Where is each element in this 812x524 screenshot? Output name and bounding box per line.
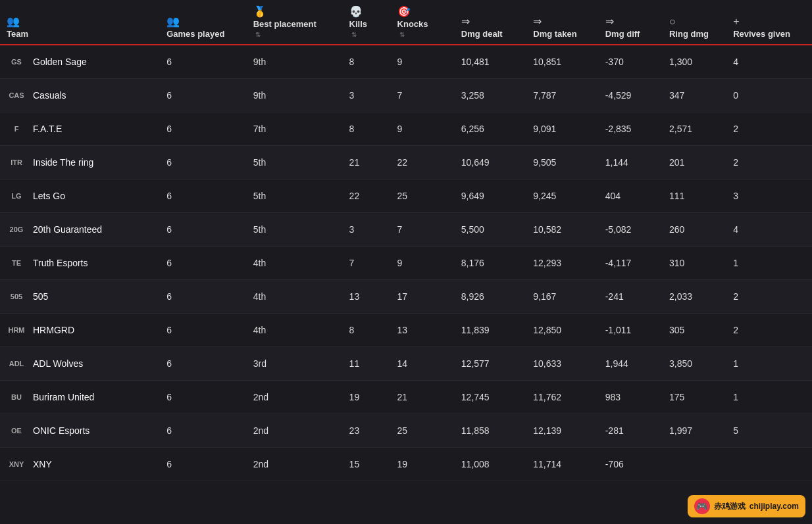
dmg-dealt: 3,258 (455, 79, 526, 112)
col-header-ring[interactable]: ○ Ring dmg (663, 0, 726, 45)
revives: 2 (726, 314, 812, 347)
col-header-games[interactable]: 👥 Games played (160, 0, 247, 45)
team-logo: 20G (7, 220, 26, 239)
team-logo: LG (7, 186, 26, 206)
col-header-revives[interactable]: + Revives given (726, 0, 812, 45)
kills: 7 (343, 247, 391, 280)
revives: 0 (726, 79, 812, 112)
table-row: ADL ADL Wolves 63rd111412,57710,6331,944… (0, 347, 812, 381)
table-body: GS Golden Sage 69th8910,48110,851-3701,3… (0, 45, 812, 481)
table-row: OE ONIC Esports 62nd232511,85812,139-281… (0, 414, 812, 448)
revives-col-label: Revives given (733, 29, 805, 39)
sort-icon-knocks: ⇅ (399, 31, 405, 38)
dmg-taken: 9,245 (526, 179, 598, 213)
dmg-taken: 9,505 (526, 146, 598, 179)
ring-dmg: 3,850 (663, 347, 726, 381)
dmg-dealt: 11,008 (455, 448, 526, 481)
dmg-diff: -281 (599, 414, 663, 448)
best-placement: 2nd (247, 448, 343, 481)
dmg-diff: -4,529 (599, 79, 663, 112)
best-placement: 4th (247, 280, 343, 314)
dmg-diff: -706 (599, 448, 663, 481)
knocks: 9 (391, 112, 455, 146)
ring-dmg: 310 (663, 247, 726, 280)
dmg-taken: 9,091 (526, 112, 598, 146)
table-row: 20G 20th Guaranteed 65th375,50010,582-5,… (0, 213, 812, 247)
kills: 22 (343, 179, 391, 213)
watermark: 🎮 赤鸡游戏 chijiplay.com (688, 495, 805, 517)
team-col-icon: 👥 (7, 15, 153, 28)
dmg-dealt-col-label: Dmg dealt (461, 29, 520, 39)
team-logo: OE (7, 421, 26, 441)
ring-col-label: Ring dmg (669, 29, 720, 39)
sort-icon-best: ⇅ (255, 31, 261, 38)
col-header-dmg-diff[interactable]: ⇒ Dmg diff (599, 0, 663, 45)
revives: 1 (726, 247, 812, 280)
ring-dmg: 1,997 (663, 414, 726, 448)
kills: 19 (343, 381, 391, 414)
best-col-icon: 🥇 (253, 5, 336, 18)
best-placement: 7th (247, 112, 343, 146)
col-header-kills[interactable]: 💀 Kills ⇅ (343, 0, 391, 45)
team-logo: GS (7, 52, 26, 72)
dmg-dealt: 10,649 (455, 146, 526, 179)
best-placement: 2nd (247, 414, 343, 448)
team-logo: F (7, 119, 26, 139)
knocks-col-label: Knocks (397, 19, 448, 29)
games-played: 6 (160, 280, 247, 314)
ring-dmg: 1,300 (663, 45, 726, 79)
games-played: 6 (160, 347, 247, 381)
dmg-dealt: 8,926 (455, 280, 526, 314)
team-name: Truth Esports (33, 258, 88, 268)
team-logo: TE (7, 253, 26, 273)
kills: 13 (343, 280, 391, 314)
col-header-best[interactable]: 🥇 Best placement ⇅ (247, 0, 343, 45)
revives: 4 (726, 213, 812, 247)
team-cell: HRM HRMGRD (0, 314, 160, 347)
ring-dmg: 347 (663, 79, 726, 112)
dmg-dealt: 6,256 (455, 112, 526, 146)
dmg-diff: -1,011 (599, 314, 663, 347)
knocks: 22 (391, 146, 455, 179)
dmg-diff: -5,082 (599, 213, 663, 247)
team-logo: ITR (7, 153, 26, 172)
team-name: Lets Go (33, 191, 65, 201)
stats-table-container: 👥 Team 👥 Games played 🥇 Best placement ⇅… (0, 0, 812, 481)
watermark-label: 赤鸡游戏 (714, 501, 746, 512)
best-placement: 2nd (247, 381, 343, 414)
best-placement: 5th (247, 146, 343, 179)
knocks: 14 (391, 347, 455, 381)
games-played: 6 (160, 112, 247, 146)
team-cell: GS Golden Sage (0, 45, 160, 79)
col-header-dmg-taken[interactable]: ⇒ Dmg taken (526, 0, 598, 45)
table-row: HRM HRMGRD 64th81311,83912,850-1,0113052 (0, 314, 812, 347)
knocks: 25 (391, 179, 455, 213)
team-logo: BU (7, 387, 26, 407)
dmg-diff-col-icon: ⇒ (605, 15, 656, 28)
knocks: 21 (391, 381, 455, 414)
kills: 15 (343, 448, 391, 481)
table-row: BU Buriram United 62nd192112,74511,76298… (0, 381, 812, 414)
revives: 4 (726, 45, 812, 79)
dmg-taken: 10,582 (526, 213, 598, 247)
dmg-diff-col-label: Dmg diff (605, 29, 656, 39)
knocks: 13 (391, 314, 455, 347)
games-played: 6 (160, 213, 247, 247)
games-played: 6 (160, 448, 247, 481)
team-cell: ITR Inside The ring (0, 146, 160, 179)
dmg-diff: -241 (599, 280, 663, 314)
dmg-diff: 1,944 (599, 347, 663, 381)
best-placement: 4th (247, 247, 343, 280)
revives: 2 (726, 112, 812, 146)
table-row: LG Lets Go 65th22259,6499,2454041113 (0, 179, 812, 213)
dmg-dealt: 11,839 (455, 314, 526, 347)
col-header-dmg-dealt[interactable]: ⇒ Dmg dealt (455, 0, 526, 45)
best-placement: 9th (247, 79, 343, 112)
knocks: 19 (391, 448, 455, 481)
team-name: Inside The ring (33, 157, 93, 168)
games-played: 6 (160, 314, 247, 347)
team-name: HRMGRD (33, 325, 74, 335)
col-header-knocks[interactable]: 🎯 Knocks ⇅ (391, 0, 455, 45)
table-row: TE Truth Esports 64th798,17612,293-4,117… (0, 247, 812, 280)
kills: 3 (343, 213, 391, 247)
